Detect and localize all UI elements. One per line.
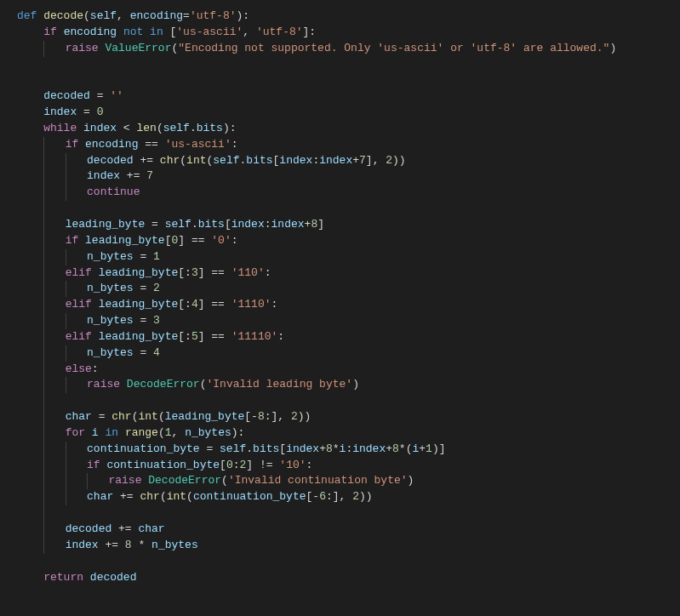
code-line: char += chr(int(continuation_byte[-6:], … xyxy=(0,489,680,505)
code-line: n_bytes = 1 xyxy=(0,249,680,265)
code-line: continuation_byte = self.bits[index+8*i:… xyxy=(0,442,680,458)
code-line: index += 8 * n_bytes xyxy=(0,538,680,554)
code-line: if encoding == 'us-ascii': xyxy=(0,137,680,153)
code-line: n_bytes = 2 xyxy=(0,281,680,297)
code-line: char = chr(int(leading_byte[-8:], 2)) xyxy=(0,409,680,425)
code-line: n_bytes = 4 xyxy=(0,345,680,362)
code-line: leading_byte = self.bits[index:index+8] xyxy=(0,217,680,233)
code-line: n_bytes = 3 xyxy=(0,313,680,329)
code-line: return decoded xyxy=(0,570,680,586)
code-line: if encoding not in ['us-ascii', 'utf-8']… xyxy=(0,25,680,41)
blank-line xyxy=(0,554,680,570)
code-line: elif leading_byte[:4] == '1110': xyxy=(0,297,680,313)
code-line: index = 0 xyxy=(0,105,680,121)
blank-line xyxy=(0,201,680,217)
code-line: decoded = '' xyxy=(0,88,680,105)
code-line: raise ValueError("Encoding not supported… xyxy=(0,41,680,57)
code-line: decoded += chr(int(self.bits[index:index… xyxy=(0,153,680,169)
code-line: def decode(self, encoding='utf-8'): xyxy=(0,9,680,25)
code-line: if continuation_byte[0:2] != '10': xyxy=(0,458,680,474)
blank-line xyxy=(0,57,680,73)
code-line: else: xyxy=(0,362,680,378)
code-line: elif leading_byte[:3] == '110': xyxy=(0,265,680,282)
code-line: continue xyxy=(0,185,680,201)
code-line: decoded += char xyxy=(0,522,680,538)
code-editor[interactable]: def decode(self, encoding='utf-8'): if e… xyxy=(0,9,680,585)
blank-line xyxy=(0,393,680,409)
code-line: raise DecodeError('Invalid continuation … xyxy=(0,473,680,489)
code-line: for i in range(1, n_bytes): xyxy=(0,425,680,442)
blank-line xyxy=(0,505,680,522)
code-line: while index < len(self.bits): xyxy=(0,121,680,137)
code-line: elif leading_byte[:5] == '11110': xyxy=(0,329,680,345)
code-line: raise DecodeError('Invalid leading byte'… xyxy=(0,377,680,393)
code-line: if leading_byte[0] == '0': xyxy=(0,233,680,249)
code-line: index += 7 xyxy=(0,168,680,185)
blank-line xyxy=(0,72,680,88)
